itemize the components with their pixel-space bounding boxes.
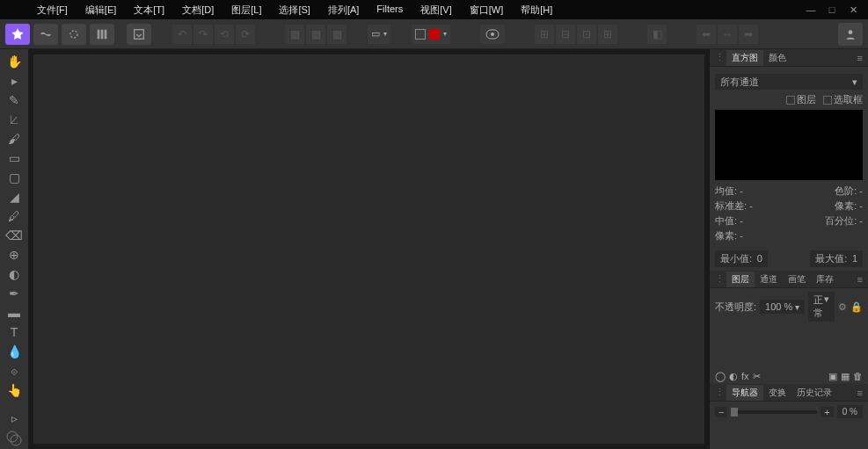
snap-2[interactable]: ⊟: [556, 25, 575, 44]
tab-navigator[interactable]: 导航器: [726, 385, 763, 401]
hand-tool[interactable]: ✋: [5, 54, 23, 69]
tab-brushes[interactable]: 画笔: [783, 272, 811, 287]
undo-button[interactable]: ↶: [172, 25, 192, 44]
tab-stock[interactable]: 库存: [811, 272, 839, 287]
snap-1[interactable]: ⊞: [535, 25, 554, 44]
tab-transform[interactable]: 变换: [763, 385, 791, 401]
menu-arrange[interactable]: 排列[A]: [319, 0, 368, 20]
align-1[interactable]: ⬅: [697, 25, 716, 44]
crop-layer-icon[interactable]: ✂: [753, 371, 761, 382]
selection-mode[interactable]: ▾: [412, 25, 450, 44]
gradient-tool[interactable]: ◢: [5, 190, 23, 204]
menu-layer[interactable]: 图层[L]: [222, 0, 270, 20]
align-3[interactable]: ➡: [739, 25, 758, 44]
layers-menu-button[interactable]: ≡: [857, 274, 863, 285]
maximize-button[interactable]: □: [826, 4, 838, 16]
group-icon[interactable]: ▣: [828, 371, 837, 382]
tab-histogram[interactable]: 直方图: [726, 50, 763, 66]
snap-4[interactable]: ⊞: [598, 25, 617, 44]
chevron-down-icon: ▾: [824, 293, 829, 320]
erase-tool[interactable]: ⌫: [5, 228, 23, 243]
menu-window[interactable]: 窗口[W]: [461, 0, 513, 20]
opacity-field[interactable]: 100 % ▾: [760, 300, 805, 314]
zoom-in-button[interactable]: +: [821, 407, 833, 417]
flood-tool[interactable]: ▢: [5, 170, 23, 185]
snap-group: ⊞ ⊟ ⊡ ⊞: [535, 25, 617, 44]
marquee-tool[interactable]: ▭: [5, 151, 23, 165]
zoom-out-button[interactable]: −: [715, 407, 727, 417]
clone-tool[interactable]: ⊕: [5, 248, 23, 262]
tab-color[interactable]: 颜色: [763, 50, 791, 66]
adjust-layer-icon[interactable]: ◐: [729, 371, 738, 382]
histogram-menu-button[interactable]: ≡: [857, 53, 863, 63]
canvas-area[interactable]: [33, 54, 704, 444]
assist-group: ◧: [647, 25, 667, 44]
crop-tool[interactable]: ⟀: [5, 112, 23, 127]
slider-thumb[interactable]: [731, 408, 738, 416]
export-persona-button[interactable]: [127, 24, 151, 45]
minimize-button[interactable]: —: [805, 4, 817, 16]
mesh-tool[interactable]: ⟐: [5, 364, 23, 378]
menu-file[interactable]: 文件[F]: [28, 0, 77, 20]
menu-view[interactable]: 视图[V]: [412, 0, 460, 20]
text-tool[interactable]: T: [5, 325, 23, 339]
more-tools[interactable]: ▹: [5, 411, 23, 425]
tab-layers[interactable]: 图层: [726, 272, 755, 287]
move-tool[interactable]: ▸: [5, 74, 23, 88]
color-swatch[interactable]: [5, 431, 23, 446]
pen-tool[interactable]: ✒: [5, 286, 23, 301]
zoom-value[interactable]: 0 %: [837, 405, 863, 418]
channel-dropdown[interactable]: 所有通道▾: [715, 74, 863, 90]
mask-icon: [485, 29, 500, 40]
color-picker-tool[interactable]: ✎: [5, 93, 23, 107]
arrange-2[interactable]: ▦: [306, 25, 325, 44]
arrange-1[interactable]: ▦: [285, 25, 304, 44]
mask-layer-icon[interactable]: ◯: [715, 371, 726, 382]
menu-filters[interactable]: Filters: [368, 0, 412, 20]
develop-icon: [67, 27, 81, 41]
tab-history[interactable]: 历史记录: [791, 385, 837, 401]
arrange-3[interactable]: ▦: [327, 25, 346, 44]
chk-layer[interactable]: 图层: [786, 93, 816, 106]
fx-gear-icon[interactable]: ⚙: [838, 301, 847, 313]
assist-1[interactable]: ◧: [647, 25, 667, 44]
paint-brush-tool[interactable]: 🖊: [5, 209, 23, 223]
tab-channels[interactable]: 通道: [755, 272, 783, 287]
chk-selection[interactable]: 选取框: [823, 93, 863, 106]
redo-button[interactable]: ↷: [193, 25, 213, 44]
rotate-cw-button[interactable]: ⟳: [236, 25, 255, 44]
dodge-tool[interactable]: ◐: [5, 267, 23, 281]
blur-tool[interactable]: 💧: [5, 344, 23, 358]
add-layer-icon[interactable]: ▦: [841, 371, 850, 382]
layer-controls: 不透明度: 100 % ▾ 正常▾ ⚙ 🔒: [710, 288, 868, 325]
quick-mask-button[interactable]: [480, 25, 505, 44]
rotate-ccw-button[interactable]: ⟲: [215, 25, 234, 44]
histogram-panel: 所有通道▾ 图层 选取框 均值: -色阶: - 标准差: -像素: - 中值: …: [710, 67, 868, 271]
blend-mode-dropdown[interactable]: 正常▾: [808, 292, 835, 322]
delete-layer-icon[interactable]: 🗑: [853, 371, 863, 382]
navigator-menu-button[interactable]: ≡: [857, 387, 863, 398]
align-2[interactable]: ↔: [718, 25, 737, 44]
menu-document[interactable]: 文档[D]: [173, 0, 222, 20]
menu-edit[interactable]: 编辑[E]: [77, 0, 125, 20]
smudge-tool[interactable]: 👆: [5, 383, 23, 397]
tone-persona-button[interactable]: [90, 24, 114, 45]
lock-icon[interactable]: 🔒: [850, 301, 863, 313]
account-button[interactable]: [838, 23, 863, 46]
layers-list[interactable]: [710, 325, 868, 369]
order-dropdown[interactable]: ▭▾: [368, 25, 390, 44]
min-field[interactable]: 最小值: 0: [715, 250, 768, 267]
snap-3[interactable]: ⊡: [577, 25, 596, 44]
shape-tool[interactable]: ▬: [5, 306, 23, 320]
liquify-persona-button[interactable]: [33, 24, 58, 45]
max-field[interactable]: 最大值: 1: [810, 250, 863, 267]
menu-text[interactable]: 文本[T]: [125, 0, 173, 20]
fx-icon[interactable]: fx: [741, 371, 749, 382]
close-button[interactable]: ✕: [847, 4, 859, 16]
selection-brush-tool[interactable]: 🖌: [5, 132, 23, 146]
zoom-slider[interactable]: [731, 410, 817, 414]
photo-persona-button[interactable]: [5, 24, 30, 45]
menu-select[interactable]: 选择[S]: [270, 0, 318, 20]
develop-persona-button[interactable]: [62, 24, 86, 45]
menu-help[interactable]: 帮助[H]: [512, 0, 561, 20]
